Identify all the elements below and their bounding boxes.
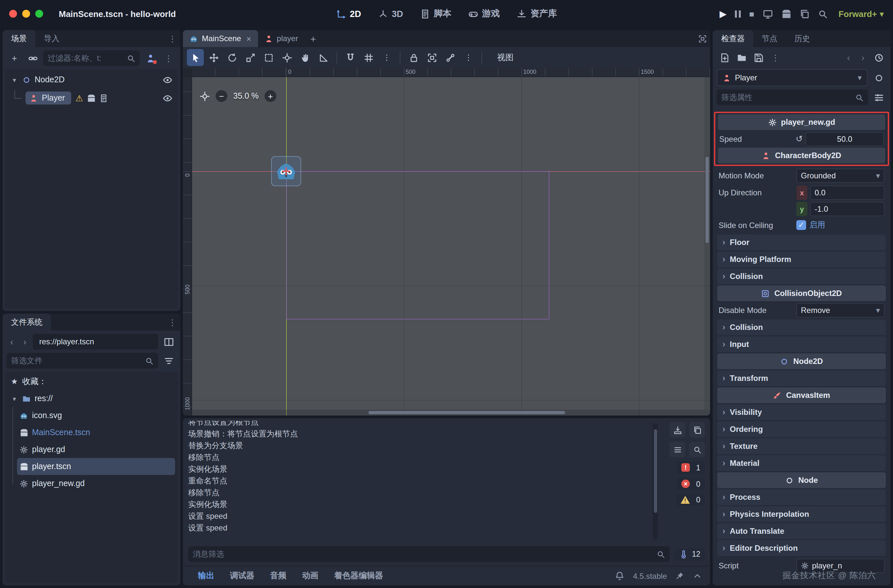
search-log-button[interactable] bbox=[689, 442, 705, 457]
scene-tree-menu-icon[interactable]: ⋮ bbox=[161, 53, 176, 63]
select-tool-button[interactable] bbox=[187, 49, 204, 66]
group-node-button[interactable] bbox=[423, 49, 440, 66]
fold-texture[interactable]: ›Texture bbox=[717, 438, 886, 454]
resource-menu-icon[interactable]: ⋮ bbox=[768, 53, 783, 62]
grid-snap-button[interactable] bbox=[360, 49, 377, 66]
ruler-tool-button[interactable] bbox=[315, 49, 332, 66]
bottom-tab-shader-editor[interactable]: 着色器编辑器 bbox=[327, 567, 390, 585]
scrollbar-thumb[interactable] bbox=[705, 157, 709, 244]
move-tool-button[interactable] bbox=[205, 49, 222, 66]
fold-process[interactable]: ›Process bbox=[717, 489, 886, 505]
favorites-row[interactable]: ★ 收藏： bbox=[8, 373, 175, 390]
section-node[interactable]: Node bbox=[717, 472, 886, 488]
speed-value-field[interactable]: 50.0 bbox=[806, 132, 884, 146]
renderer-selector[interactable]: Forward+ ▾ bbox=[839, 9, 884, 19]
collapse-duplicates-button[interactable] bbox=[670, 442, 685, 457]
expand-panel-icon[interactable] bbox=[693, 571, 702, 581]
scene-dock-menu-icon[interactable]: ⋮ bbox=[165, 30, 180, 47]
visibility-eye-icon[interactable] bbox=[163, 93, 173, 103]
new-scene-tab-button[interactable]: + bbox=[305, 30, 322, 47]
skeleton-menu[interactable]: ⋮ bbox=[460, 49, 477, 66]
section-node2d[interactable]: Node2D bbox=[717, 353, 886, 369]
message-count-badge[interactable]: 12 bbox=[675, 548, 705, 560]
filesystem-menu-icon[interactable]: ⋮ bbox=[165, 314, 180, 331]
fold-floor[interactable]: ›Floor bbox=[717, 235, 886, 250]
fold-ordering[interactable]: ›Ordering bbox=[717, 421, 886, 437]
selected-node-pill[interactable]: Player bbox=[26, 92, 72, 105]
history-back-icon[interactable]: ‹ bbox=[842, 52, 855, 63]
pan-tool-button[interactable] bbox=[296, 49, 314, 66]
collapse-icon[interactable]: ▾ bbox=[11, 76, 18, 83]
file-filter-input[interactable] bbox=[11, 356, 141, 365]
fold-auto-translate[interactable]: ›Auto Translate bbox=[717, 523, 886, 539]
file-filter[interactable] bbox=[6, 353, 158, 368]
warning-icon[interactable]: ⚠ bbox=[75, 94, 83, 102]
remote-debug-icon[interactable] bbox=[763, 9, 773, 19]
up-direction-x-field[interactable]: 0.0 bbox=[810, 185, 884, 200]
instantiate-scene-button[interactable] bbox=[25, 50, 41, 66]
section-collisionobject2d[interactable]: CollisionObject2D bbox=[717, 286, 886, 301]
history-forward-icon[interactable]: › bbox=[857, 52, 869, 63]
filter-node-type-button[interactable] bbox=[143, 50, 158, 66]
sort-files-button[interactable] bbox=[161, 353, 176, 368]
fold-input[interactable]: ›Input bbox=[717, 337, 886, 352]
horizontal-scrollbar[interactable] bbox=[192, 410, 710, 415]
message-filter-input[interactable] bbox=[193, 549, 652, 559]
script-value-field[interactable]: player_n bbox=[796, 558, 884, 573]
visibility-eye-icon[interactable] bbox=[163, 75, 173, 84]
section-characterbody2d[interactable]: CharacterBody2D bbox=[718, 147, 885, 163]
fold-collision-2[interactable]: ›Collision bbox=[717, 319, 886, 335]
fold-editor-description[interactable]: ›Editor Description bbox=[717, 540, 886, 556]
list-select-button[interactable] bbox=[260, 49, 277, 66]
pin-panel-icon[interactable] bbox=[675, 571, 684, 580]
error-filter-badge[interactable]: ! 1 bbox=[677, 461, 705, 474]
tree-row-player[interactable]: Player ⚠ bbox=[8, 89, 175, 107]
player-sprite[interactable] bbox=[271, 156, 301, 186]
attached-script-icon[interactable] bbox=[99, 94, 108, 102]
scene-tab-mainscene[interactable]: MainScene × bbox=[183, 30, 258, 47]
minimize-window-button[interactable] bbox=[22, 10, 30, 18]
file-row-player-gd[interactable]: player.gd bbox=[17, 441, 175, 458]
history-list-button[interactable] bbox=[871, 50, 887, 65]
zoom-level[interactable]: 35.0 % bbox=[233, 92, 259, 101]
file-row-player-new-gd[interactable]: player_new.gd bbox=[17, 475, 175, 492]
stop-button[interactable]: ■ bbox=[749, 9, 754, 18]
tab-game[interactable]: 游戏 bbox=[463, 5, 505, 22]
section-canvasitem[interactable]: CanvasItem bbox=[717, 387, 886, 403]
play-button[interactable]: ▶ bbox=[720, 9, 727, 18]
current-path-field[interactable] bbox=[33, 334, 158, 349]
save-log-button[interactable] bbox=[670, 422, 685, 438]
scene-filter-input[interactable] bbox=[48, 54, 123, 63]
scrollbar-thumb[interactable] bbox=[654, 429, 657, 513]
fold-collision[interactable]: ›Collision bbox=[717, 269, 886, 284]
vertical-scrollbar[interactable] bbox=[704, 77, 710, 410]
file-row-player-tscn[interactable]: player.tscn bbox=[17, 458, 175, 475]
file-row-icon-svg[interactable]: icon.svg bbox=[17, 407, 175, 424]
tab-3d[interactable]: 3D bbox=[373, 5, 409, 22]
filter-options-button[interactable] bbox=[871, 90, 887, 105]
message-filter[interactable] bbox=[188, 546, 670, 562]
rotate-tool-button[interactable] bbox=[223, 49, 241, 66]
ruler-top[interactable]: 0 500 1000 1500 bbox=[192, 68, 710, 77]
snap-options-menu[interactable]: ⋮ bbox=[378, 49, 395, 66]
scale-tool-button[interactable] bbox=[242, 49, 259, 66]
fold-visibility[interactable]: ›Visibility bbox=[717, 405, 886, 420]
pivot-tool-button[interactable] bbox=[278, 49, 295, 66]
motion-mode-dropdown[interactable]: Grounded ▾ bbox=[796, 168, 884, 183]
maximize-window-button[interactable] bbox=[35, 10, 43, 18]
zoom-in-button[interactable]: + bbox=[265, 90, 276, 102]
tab-filesystem[interactable]: 文件系统 bbox=[3, 314, 51, 331]
split-view-button[interactable] bbox=[161, 334, 176, 349]
zoom-out-button[interactable]: − bbox=[216, 90, 227, 102]
tab-assetlib[interactable]: 资产库 bbox=[511, 5, 562, 22]
tab-scene[interactable]: 场景 bbox=[3, 30, 35, 47]
node-options-button[interactable] bbox=[871, 70, 887, 86]
version-label[interactable]: 4.5.stable bbox=[633, 571, 667, 580]
collapse-icon[interactable]: ▾ bbox=[11, 395, 18, 402]
root-folder-row[interactable]: ▾ res:// bbox=[8, 390, 175, 407]
snap-toggle-button[interactable] bbox=[342, 49, 359, 66]
node-selector[interactable]: Player ▾ bbox=[717, 69, 867, 86]
tab-2d[interactable]: 2D bbox=[331, 5, 367, 22]
fold-material[interactable]: ›Material bbox=[717, 456, 886, 471]
nav-back-icon[interactable]: ‹ bbox=[6, 337, 17, 347]
